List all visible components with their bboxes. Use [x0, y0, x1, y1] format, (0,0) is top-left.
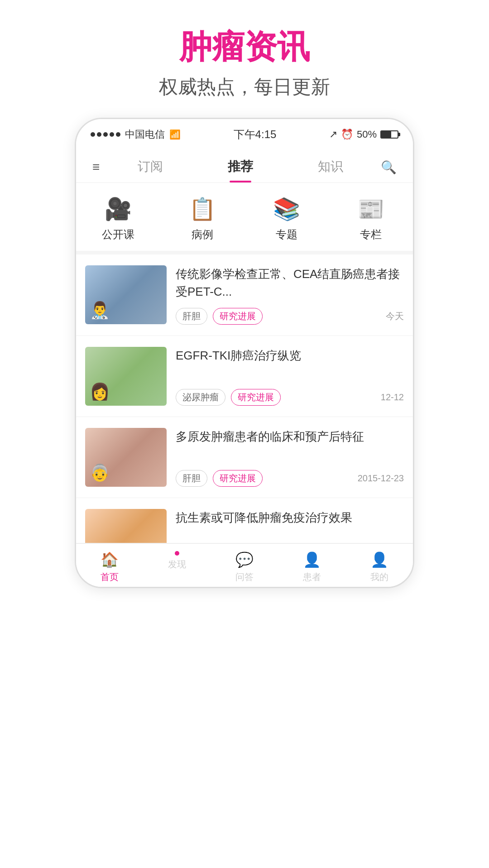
discover-dot [175, 551, 179, 556]
article-title-2: EGFR-TKI肺癌治疗纵览 [176, 347, 404, 364]
question-icon: 💬 [235, 551, 254, 568]
article-date-3: 2015-12-23 [358, 473, 404, 484]
battery-icon [380, 130, 398, 139]
status-right: ↗ ⏰ 50% [329, 129, 398, 140]
home-label: 首页 [101, 571, 119, 583]
page-title: 肿瘤资讯 [159, 27, 330, 66]
patient-icon: 👤 [303, 551, 321, 568]
signal-dot-1 [91, 132, 95, 137]
home-icon: 🏠 [101, 551, 119, 568]
signal-dot-4 [110, 132, 114, 137]
question-label: 问答 [235, 571, 254, 583]
signal-dot-2 [97, 132, 101, 137]
nav-tabs: ≡ 订阅 推荐 知识 🔍 [76, 147, 413, 183]
article-title-1: 传统影像学检查正常、CEA结直肠癌患者接受PET-C... [176, 265, 404, 301]
tag-liver: 肝胆 [176, 308, 207, 325]
article-thumb-3 [85, 428, 167, 487]
category-lecture[interactable]: 🎥 公开课 [76, 197, 160, 242]
bottom-nav-question[interactable]: 💬 问答 [211, 551, 278, 583]
article-date-2: 12-12 [381, 392, 404, 403]
tag-urology: 泌尿肿瘤 [176, 389, 225, 406]
article-content-2: EGFR-TKI肺癌治疗纵览 泌尿肿瘤 研究进展 12-12 [176, 347, 404, 406]
battery-percent: 50% [357, 129, 377, 140]
bottom-nav: 🏠 首页 发现 💬 问答 👤 患者 👤 我的 [76, 543, 413, 587]
bottom-nav-discover[interactable]: 发现 [144, 551, 211, 583]
article-thumb-1 [85, 265, 167, 324]
article-list: 传统影像学检查正常、CEA结直肠癌患者接受PET-C... 肝胆 研究进展 今天… [76, 254, 413, 543]
carrier-label: 中国电信 [125, 128, 165, 141]
menu-icon[interactable]: ≡ [87, 156, 105, 178]
battery-fill [381, 131, 391, 138]
tag-liver-3: 肝胆 [176, 470, 207, 487]
time-display: 下午4:15 [234, 127, 277, 142]
article-content-1: 传统影像学检查正常、CEA结直肠癌患者接受PET-C... 肝胆 研究进展 今天 [176, 265, 404, 325]
article-meta-3: 肝胆 研究进展 2015-12-23 [176, 470, 404, 487]
tab-knowledge[interactable]: 知识 [285, 152, 375, 182]
mine-label: 我的 [370, 571, 388, 583]
discover-label: 发现 [168, 558, 186, 571]
page-header: 肿瘤资讯 权威热点，每日更新 [159, 0, 330, 118]
tag-research-2: 研究进展 [231, 389, 281, 406]
case-icon: 📋 [189, 197, 216, 222]
article-item-4[interactable]: 抗生素或可降低肿瘤免疫治疗效果 [76, 498, 413, 543]
location-icon: ↗ [329, 129, 337, 140]
tab-recommend[interactable]: 推荐 [195, 152, 285, 182]
phone-frame: 中国电信 📶 下午4:15 ↗ ⏰ 50% ≡ 订阅 推荐 知识 🔍 🎥 公 [75, 118, 414, 588]
status-left: 中国电信 📶 [91, 128, 181, 141]
article-meta-2: 泌尿肿瘤 研究进展 12-12 [176, 389, 404, 406]
column-label: 专栏 [360, 227, 382, 242]
article-item-2[interactable]: EGFR-TKI肺癌治疗纵览 泌尿肿瘤 研究进展 12-12 [76, 336, 413, 417]
lecture-icon: 🎥 [105, 197, 132, 222]
article-thumb-2 [85, 347, 167, 406]
signal-dots [91, 132, 120, 137]
column-icon: 📰 [357, 197, 384, 222]
lecture-label: 公开课 [102, 227, 134, 242]
article-meta-1: 肝胆 研究进展 今天 [176, 308, 404, 325]
category-topic[interactable]: 📚 专题 [244, 197, 329, 242]
article-thumb-4 [85, 509, 167, 543]
signal-dot-5 [116, 132, 120, 137]
topic-icon: 📚 [273, 197, 300, 222]
alarm-icon: ⏰ [341, 129, 353, 140]
bottom-nav-home[interactable]: 🏠 首页 [76, 551, 144, 583]
article-date-1: 今天 [386, 310, 404, 322]
wifi-icon: 📶 [169, 129, 181, 140]
bottom-nav-mine[interactable]: 👤 我的 [345, 551, 413, 583]
topic-label: 专题 [276, 227, 297, 242]
bottom-nav-patient[interactable]: 👤 患者 [278, 551, 345, 583]
category-column[interactable]: 📰 专栏 [329, 197, 413, 242]
signal-dot-3 [103, 132, 108, 137]
category-case[interactable]: 📋 病例 [160, 197, 244, 242]
page-subtitle: 权威热点，每日更新 [159, 74, 330, 100]
tab-subscribe[interactable]: 订阅 [105, 152, 195, 182]
article-content-3: 多原发肿瘤患者的临床和预产后特征 肝胆 研究进展 2015-12-23 [176, 428, 404, 487]
mine-icon: 👤 [370, 551, 388, 568]
article-content-4: 抗生素或可降低肿瘤免疫治疗效果 [176, 509, 404, 532]
tag-research-1: 研究进展 [213, 308, 263, 325]
article-title-3: 多原发肿瘤患者的临床和预产后特征 [176, 428, 404, 446]
status-bar: 中国电信 📶 下午4:15 ↗ ⏰ 50% [76, 119, 413, 147]
article-title-4: 抗生素或可降低肿瘤免疫治疗效果 [176, 509, 404, 527]
article-item-3[interactable]: 多原发肿瘤患者的临床和预产后特征 肝胆 研究进展 2015-12-23 [76, 417, 413, 498]
tag-research-3: 研究进展 [213, 470, 263, 487]
case-label: 病例 [192, 227, 213, 242]
category-row: 🎥 公开课 📋 病例 📚 专题 📰 专栏 [76, 183, 413, 254]
article-item-1[interactable]: 传统影像学检查正常、CEA结直肠癌患者接受PET-C... 肝胆 研究进展 今天 [76, 254, 413, 336]
search-icon[interactable]: 🔍 [375, 156, 402, 178]
patient-label: 患者 [303, 571, 321, 583]
